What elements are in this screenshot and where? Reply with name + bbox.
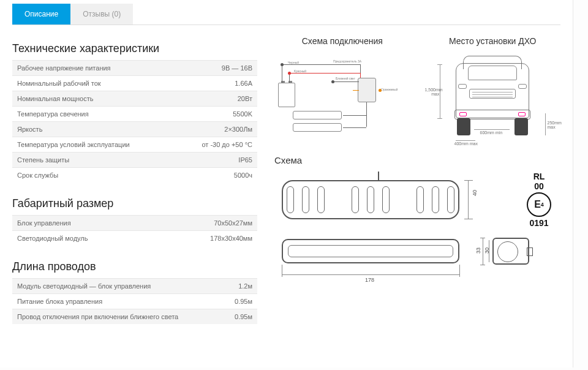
wire-label: Питание блока управления	[12, 294, 223, 309]
dim-height: 1,500mm max	[425, 88, 440, 96]
wire-label: Модуль светодиодный — блок управления	[12, 279, 223, 294]
wires-title: Длина проводов	[12, 260, 257, 273]
wire-row: Провод отключения при включении ближнего…	[12, 309, 257, 325]
ece-rl: RL	[518, 172, 560, 181]
wire-value: 1.2м	[223, 279, 257, 294]
dim-front-width: 178	[365, 277, 374, 283]
wire-label: Провод отключения при включении ближнего…	[12, 309, 223, 325]
low-beam-label: Ближний свет	[336, 77, 355, 80]
lamp-top-view	[282, 180, 459, 219]
scheme-diagram: 40 178 33 30 RL	[274, 172, 560, 300]
tech-row: Рабочее напряжение питания9В — 16В	[12, 61, 257, 76]
connection-title: Схема подключения	[274, 36, 410, 46]
lamp-side-view	[492, 238, 529, 265]
wire-red-label: Красный	[294, 69, 306, 73]
tech-label: Рабочее напряжение питания	[12, 61, 176, 76]
tech-label: Степень защиты	[12, 153, 176, 168]
drl-left-icon	[459, 112, 467, 116]
tech-label: Яркость	[12, 122, 176, 137]
tech-value: 9В — 16В	[176, 61, 257, 76]
ece-e-sub: 4	[541, 202, 544, 208]
wire-row: Питание блока управления0.95м	[12, 294, 257, 309]
ece-code: 0191	[518, 218, 560, 228]
tech-label: Срок службы	[12, 168, 176, 183]
tech-row: Температура условий эксплуатацииот -30 д…	[12, 137, 257, 153]
tab-description[interactable]: Описание	[12, 4, 70, 25]
tech-value: 20Вт	[176, 91, 257, 107]
tech-row: Температура свечения5500K	[12, 107, 257, 122]
dim-value: 178x30x40мм	[161, 231, 257, 246]
dim-label: Светодиодный модуль	[12, 231, 161, 246]
ece-e: E	[534, 199, 541, 210]
lamp-front-view	[282, 239, 459, 263]
install-title: Место установки ДХО	[425, 36, 561, 46]
tech-row: Степень защитыIP65	[12, 153, 257, 168]
dim-value: 70x50х27мм	[161, 216, 257, 231]
tech-value: 5500K	[176, 107, 257, 122]
tech-title: Технические характеристики	[12, 42, 257, 55]
tech-row: Срок службы5000ч	[12, 168, 257, 183]
dim-label: Блок управления	[12, 216, 161, 231]
wire-black-label: Черный	[288, 61, 299, 64]
wire-value: 0.95м	[223, 309, 257, 325]
ece-circle-icon: E4	[527, 192, 551, 217]
tabs: Описание Отзывы (0)	[12, 0, 560, 25]
tech-row: Яркость2×300Лм	[12, 122, 257, 137]
tech-label: Номинальный рабочий ток	[12, 76, 176, 91]
tab-reviews[interactable]: Отзывы (0)	[70, 4, 133, 25]
dim-row: Блок управления70x50х27мм	[12, 216, 257, 231]
scheme-title: Схема	[274, 155, 560, 165]
battery-icon	[278, 83, 295, 107]
dim-ground: 250mm max	[548, 121, 562, 129]
wire-orange-label: Оранжевый	[381, 88, 398, 91]
ece-mark: RL 00 E4 0191	[518, 172, 560, 228]
led-lamp-1-icon	[293, 111, 342, 119]
drl-right-icon	[518, 112, 526, 116]
tech-value: 1.66А	[176, 76, 257, 91]
control-unit-icon	[358, 78, 376, 102]
dim-side-h1: 33	[475, 247, 481, 254]
wire-row: Модуль светодиодный — блок управления1.2…	[12, 279, 257, 294]
dim-row: Светодиодный модуль178x30x40мм	[12, 231, 257, 246]
dimensions-table: Блок управления70x50х27ммСветодиодный мо…	[12, 215, 257, 246]
wires-table: Модуль светодиодный — блок управления1.2…	[12, 278, 257, 324]
tech-spec-table: Рабочее напряжение питания9В — 16ВНомина…	[12, 60, 257, 183]
tech-value: от -30 до +50 °C	[176, 137, 257, 153]
ece-00: 00	[518, 181, 560, 191]
dim-width: 600mm min	[480, 130, 503, 135]
tech-label: Номинальная мощность	[12, 91, 176, 107]
dimensions-title: Габаритный размер	[12, 197, 257, 210]
tech-row: Номинальный рабочий ток1.66А	[12, 76, 257, 91]
tech-row: Номинальная мощность20Вт	[12, 91, 257, 107]
dim-top-height: 40	[472, 190, 478, 196]
tech-label: Температура условий эксплуатации	[12, 137, 176, 153]
tech-label: Температура свечения	[12, 107, 176, 122]
vehicle-diagram: 1,500mm max 600mm min 250mm max 400mm ma…	[425, 52, 560, 144]
tech-value: IP65	[176, 153, 257, 168]
tech-value: 2×300Лм	[176, 122, 257, 137]
dim-overhang: 400mm max	[454, 142, 478, 146]
led-lamp-2-icon	[293, 123, 342, 132]
wiring-diagram: Черный Предохранитель 3А Красный Ближний…	[274, 52, 403, 132]
wire-value: 0.95м	[223, 294, 257, 309]
fuse-label: Предохранитель 3А	[333, 59, 361, 63]
dim-side-h2: 30	[484, 247, 490, 254]
tech-value: 5000ч	[176, 168, 257, 183]
